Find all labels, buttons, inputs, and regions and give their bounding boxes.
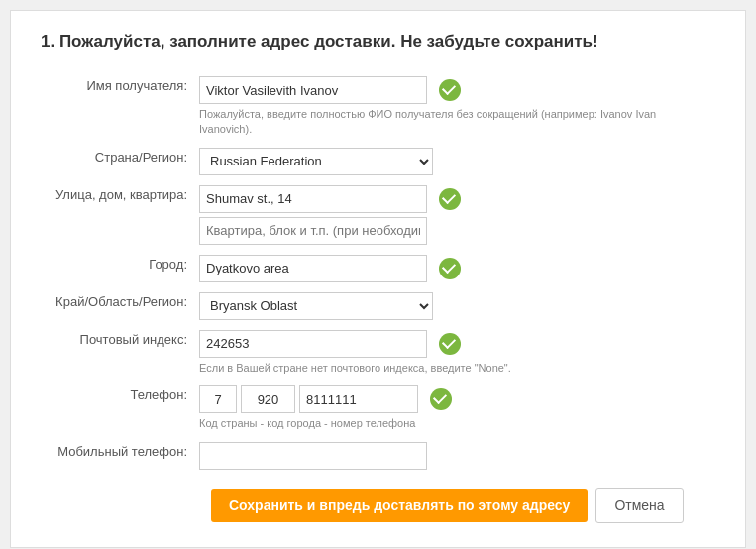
city-label: Город: [41, 249, 199, 286]
phone-input-row [199, 385, 715, 413]
recipient-hint: Пожалуйста, введите полностью ФИО получа… [199, 107, 685, 138]
region-select[interactable]: Bryansk Oblast [199, 292, 433, 320]
country-select[interactable]: Russian Federation [199, 148, 433, 175]
country-label: Страна/Регион: [41, 142, 199, 179]
buttons-row: Сохранить и впредь доставлять по этому а… [41, 488, 715, 523]
street-row: Улица, дом, квартира: [41, 179, 715, 249]
city-check-icon [439, 258, 461, 279]
zip-input[interactable] [199, 330, 427, 358]
phone-row: Телефон: Код страны - код города - номер… [41, 380, 715, 435]
recipient-input[interactable] [199, 76, 427, 104]
page-title: 1. Пожалуйста, заполните адрес доставки.… [41, 31, 715, 53]
city-row: Город: [41, 249, 715, 286]
phone-label: Телефон: [41, 380, 199, 435]
city-input[interactable] [199, 255, 427, 282]
save-button[interactable]: Сохранить и впредь доставлять по этому а… [211, 489, 588, 522]
mobile-input[interactable] [199, 442, 427, 470]
country-row: Страна/Регион: Russian Federation [41, 142, 715, 179]
region-label: Край/Область/Регион: [41, 286, 199, 324]
phone-code-input[interactable] [199, 385, 237, 413]
phone-city-input[interactable] [241, 385, 295, 413]
city-input-row [199, 255, 715, 282]
zip-check-icon [439, 333, 461, 355]
phone-check-icon [430, 388, 452, 410]
region-row: Край/Область/Регион: Bryansk Oblast [41, 286, 715, 324]
phone-number-input[interactable] [299, 385, 418, 413]
address-form: Имя получателя: Пожалуйста, введите полн… [41, 70, 715, 474]
recipient-row: Имя получателя: Пожалуйста, введите полн… [41, 70, 715, 142]
mobile-label: Мобильный телефон: [41, 436, 199, 474]
phone-hint: Код страны - код города - номер телефона [199, 416, 685, 431]
mobile-row: Мобильный телефон: [41, 436, 715, 474]
recipient-label: Имя получателя: [41, 70, 199, 142]
street-check-icon [439, 188, 461, 210]
zip-input-row [199, 330, 715, 358]
zip-row: Почтовый индекс: Если в Вашей стране нет… [41, 324, 715, 380]
form-container: 1. Пожалуйста, заполните адрес доставки.… [10, 10, 746, 548]
street-label: Улица, дом, квартира: [41, 179, 199, 249]
country-select-row: Russian Federation [199, 148, 715, 175]
cancel-button[interactable]: Отмена [595, 488, 683, 523]
street-input[interactable] [199, 185, 427, 213]
region-select-row: Bryansk Oblast [199, 292, 715, 320]
street2-input[interactable] [199, 217, 427, 245]
zip-label: Почтовый индекс: [41, 324, 199, 380]
street-input-row [199, 185, 715, 213]
recipient-input-row [199, 76, 715, 104]
recipient-check-icon [439, 79, 461, 101]
zip-hint: Если в Вашей стране нет почтового индекс… [199, 361, 685, 376]
mobile-input-row [199, 442, 715, 470]
